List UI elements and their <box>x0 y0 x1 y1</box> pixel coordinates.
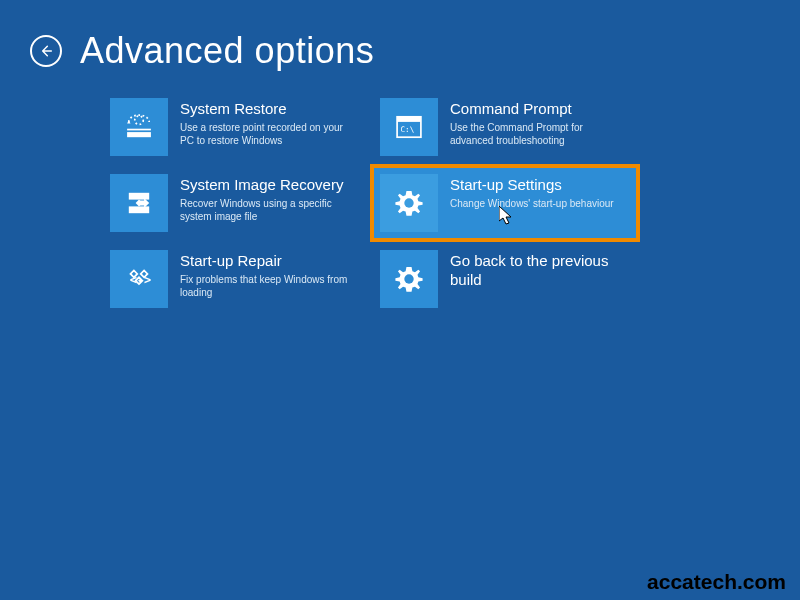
tile-desc: Recover Windows using a specific system … <box>180 197 355 223</box>
tile-text: Start-up Settings Change Windows' start-… <box>450 174 614 232</box>
system-restore-icon <box>110 98 168 156</box>
svg-rect-3 <box>127 129 151 131</box>
tile-desc: Fix problems that keep Windows from load… <box>180 273 355 299</box>
back-button[interactable] <box>30 35 62 67</box>
svg-text:C:\: C:\ <box>401 125 415 134</box>
startup-repair-icon: <✦> <box>110 250 168 308</box>
tile-desc: Use a restore point recorded on your PC … <box>180 121 355 147</box>
svg-marker-1 <box>127 120 130 123</box>
tile-title: System Image Recovery <box>180 176 355 195</box>
tile-command-prompt[interactable]: C:\ Command Prompt Use the Command Promp… <box>380 98 630 162</box>
tile-text: Command Prompt Use the Command Prompt fo… <box>450 98 625 162</box>
svg-point-16 <box>404 274 413 283</box>
options-grid: System Restore Use a restore point recor… <box>0 72 800 314</box>
tile-desc: Change Windows' start-up behaviour <box>450 197 614 210</box>
watermark: accatech.com <box>647 570 786 594</box>
system-image-recovery-icon <box>110 174 168 232</box>
command-prompt-icon: C:\ <box>380 98 438 156</box>
svg-point-0 <box>135 116 144 125</box>
svg-rect-2 <box>127 132 151 137</box>
tile-go-back[interactable]: Go back to the previous build <box>380 250 630 314</box>
back-arrow-icon <box>38 43 54 59</box>
tile-title: Start-up Repair <box>180 252 355 271</box>
svg-rect-8 <box>129 206 149 213</box>
svg-rect-5 <box>397 117 421 122</box>
tile-startup-settings[interactable]: Start-up Settings Change Windows' start-… <box>372 166 638 240</box>
svg-point-13 <box>404 198 413 207</box>
go-back-icon <box>380 250 438 308</box>
tile-title: Start-up Settings <box>450 176 614 195</box>
svg-text:<✦>: <✦> <box>130 273 151 287</box>
svg-rect-7 <box>129 193 149 200</box>
page-title: Advanced options <box>80 30 374 72</box>
tile-desc: Use the Command Prompt for advanced trou… <box>450 121 625 147</box>
tile-system-image-recovery[interactable]: System Image Recovery Recover Windows us… <box>110 174 360 238</box>
tile-text: Go back to the previous build <box>450 250 630 314</box>
tile-text: System Image Recovery Recover Windows us… <box>180 174 355 238</box>
tile-title: Command Prompt <box>450 100 625 119</box>
tile-text: System Restore Use a restore point recor… <box>180 98 355 162</box>
tile-system-restore[interactable]: System Restore Use a restore point recor… <box>110 98 360 162</box>
startup-settings-icon <box>380 174 438 232</box>
tile-title: Go back to the previous build <box>450 252 630 290</box>
tile-text: Start-up Repair Fix problems that keep W… <box>180 250 355 314</box>
tile-startup-repair[interactable]: <✦> Start-up Repair Fix problems that ke… <box>110 250 360 314</box>
tile-title: System Restore <box>180 100 355 119</box>
header: Advanced options <box>0 0 800 72</box>
